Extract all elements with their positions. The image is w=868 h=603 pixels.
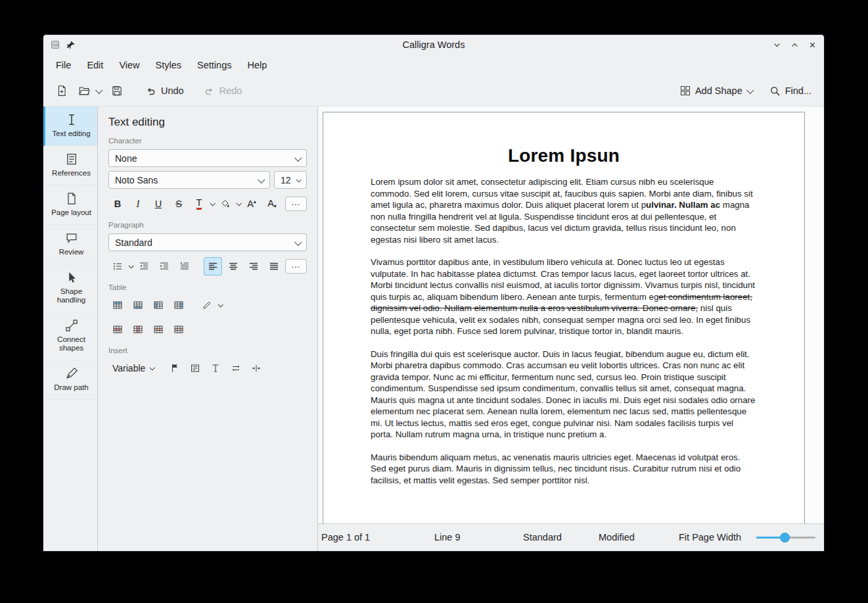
chevron-down-icon[interactable] <box>128 263 133 268</box>
delete-column-button[interactable] <box>129 320 147 339</box>
open-recent-chevron-icon[interactable] <box>95 87 103 94</box>
sidebar-item-draw-path[interactable]: Draw path <box>43 360 97 400</box>
variable-button[interactable]: Variable <box>108 360 158 377</box>
underline-button[interactable]: U <box>149 195 168 213</box>
paragraph-style-value: Standard <box>115 237 152 248</box>
merge-cells-button[interactable] <box>149 320 168 339</box>
sidebar-item-review[interactable]: Review <box>43 225 97 264</box>
menu-edit[interactable]: Edit <box>80 57 110 73</box>
font-size-value: 12 <box>281 175 291 185</box>
chevron-down-icon[interactable] <box>236 201 241 206</box>
insert-row-above-button[interactable] <box>108 296 127 314</box>
horizontal-space-button[interactable] <box>227 359 245 377</box>
chevron-down-icon <box>294 238 302 245</box>
new-document-button[interactable] <box>51 80 72 101</box>
bookmark-button[interactable] <box>166 359 184 377</box>
insert-row-below-button[interactable] <box>129 296 147 314</box>
character-style-select[interactable]: None <box>108 149 307 167</box>
chevron-down-icon[interactable] <box>217 302 223 307</box>
maximize-button[interactable] <box>790 40 800 50</box>
split-space-button[interactable] <box>247 359 265 377</box>
document-area[interactable]: Lorem Ipsun Lorem ipsum dolor sit amet, … <box>318 107 824 551</box>
insert-column-left-button[interactable] <box>149 296 168 314</box>
style-indicator[interactable]: Standard <box>523 524 562 550</box>
new-document-icon <box>56 85 68 97</box>
align-center-button[interactable] <box>224 257 242 276</box>
align-left-button[interactable] <box>204 257 222 276</box>
sidebar-item-connect-shapes[interactable]: Connect shapes <box>43 312 97 360</box>
zoom-mode-button[interactable]: Fit Page Width <box>679 524 741 550</box>
redo-label: Redo <box>219 85 242 96</box>
table-split-cells-icon <box>173 324 184 335</box>
insert-text-button[interactable] <box>206 359 225 377</box>
references-icon <box>65 153 78 166</box>
background-color-button[interactable] <box>216 195 235 213</box>
pin-icon[interactable] <box>66 40 76 50</box>
more-paragraph-options-button[interactable]: ... <box>285 259 307 274</box>
menu-help[interactable]: Help <box>240 57 274 73</box>
paragraph[interactable]: Lorem ipsum dolor sit amet, consectetur … <box>371 176 757 245</box>
font-family-select[interactable]: Noto Sans <box>108 171 270 189</box>
zoom-slider-handle[interactable] <box>780 533 790 543</box>
decrease-indent-button[interactable] <box>135 257 153 276</box>
paragraph-style-select[interactable]: Standard <box>108 233 307 251</box>
text-color-button[interactable]: T <box>190 195 208 213</box>
titlebar[interactable]: Calligra Words <box>43 35 824 55</box>
delete-row-button[interactable] <box>108 320 127 339</box>
text-run: ulvinar. Nullam ac <box>646 200 720 210</box>
save-button[interactable] <box>106 80 127 101</box>
text-frame-button[interactable] <box>186 359 204 377</box>
font-size-select[interactable]: 12 <box>274 171 307 189</box>
sidebar-item-shape-handling[interactable]: Shape handling <box>43 264 97 312</box>
chevron-down-icon[interactable] <box>210 201 215 206</box>
more-character-options-button[interactable]: ... <box>285 197 307 211</box>
zoom-slider[interactable] <box>756 524 815 550</box>
subscript-button[interactable]: A▾ <box>263 195 281 213</box>
app-icon <box>50 39 60 50</box>
find-button[interactable]: Find... <box>765 80 816 101</box>
open-document-button[interactable] <box>74 80 95 101</box>
undo-button[interactable]: Undo <box>141 80 189 101</box>
close-button[interactable] <box>808 40 817 50</box>
variable-label: Variable <box>112 363 145 374</box>
sidebar-item-page-layout[interactable]: Page layout <box>43 185 97 225</box>
menu-settings[interactable]: Settings <box>190 57 239 73</box>
add-shape-button[interactable]: Add Shape <box>675 80 757 101</box>
text-editing-icon <box>65 113 78 126</box>
increase-indent-button[interactable] <box>155 257 173 276</box>
paragraph[interactable]: Mauris bibendum aliquam metus, ac venena… <box>371 452 757 487</box>
menu-file[interactable]: File <box>49 57 78 73</box>
align-right-button[interactable] <box>244 257 263 276</box>
redo-button[interactable]: Redo <box>199 80 247 101</box>
sidebar-item-label: Shape handling <box>48 287 95 304</box>
minimize-button[interactable] <box>772 40 782 50</box>
strikethrough-button[interactable]: S <box>170 195 188 213</box>
main-toolbar: Undo Redo Add Shape Find... <box>43 76 824 107</box>
paragraph-section-label: Paragraph <box>108 221 307 229</box>
insert-column-right-button[interactable] <box>170 296 188 314</box>
split-cells-button[interactable] <box>170 320 188 339</box>
draw-path-icon <box>65 367 78 380</box>
shape-handling-icon <box>65 271 78 284</box>
paragraph[interactable]: Duis fringilla dui quis est scelerisque … <box>371 349 757 441</box>
bold-button[interactable]: B <box>108 195 127 213</box>
add-shape-icon <box>680 85 691 96</box>
superscript-icon: A▴ <box>247 199 256 209</box>
menu-styles[interactable]: Styles <box>148 57 189 73</box>
save-icon <box>111 85 123 97</box>
sidebar-item-label: Text editing <box>48 130 95 138</box>
align-justify-button[interactable] <box>265 257 283 276</box>
page[interactable]: Lorem Ipsun Lorem ipsum dolor sit amet, … <box>323 112 805 551</box>
sidebar-item-label: Page layout <box>48 208 95 217</box>
superscript-button[interactable]: A▴ <box>242 195 261 213</box>
list-style-button[interactable] <box>108 257 127 276</box>
paragraph[interactable]: Vivamus porttitor dapibus ante, in vesti… <box>371 256 757 337</box>
add-shape-label: Add Shape <box>695 85 742 96</box>
sidebar-item-references[interactable]: References <box>43 146 97 185</box>
italic-button[interactable]: I <box>129 195 147 213</box>
indent-decrease-icon <box>139 261 149 272</box>
sidebar-item-text-editing[interactable]: Text editing <box>43 107 97 146</box>
menu-view[interactable]: View <box>112 57 147 73</box>
table-border-pen-button[interactable] <box>198 296 216 314</box>
first-line-indent-button[interactable] <box>175 257 194 276</box>
